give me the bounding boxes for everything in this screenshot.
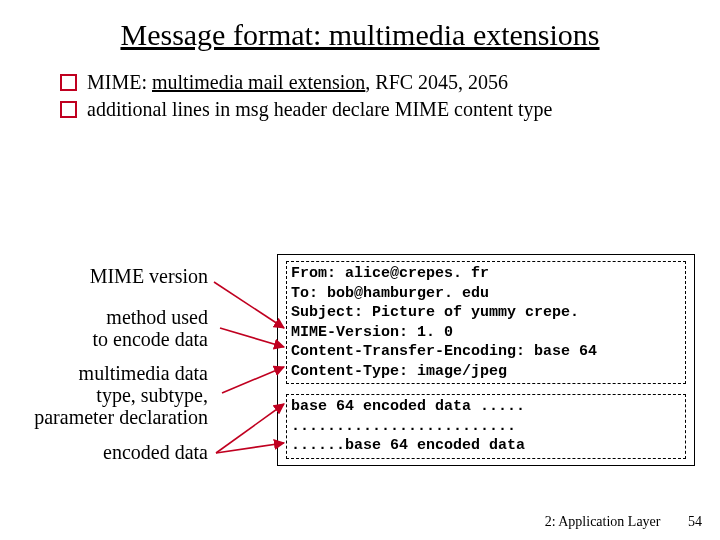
- svg-line-1: [220, 328, 284, 347]
- svg-line-0: [214, 282, 284, 328]
- bullet-list: MIME: multimedia mail extension, RFC 204…: [60, 70, 680, 122]
- header-line: Subject: Picture of yummy crepe.: [291, 303, 681, 323]
- body-line: ......base 64 encoded data: [291, 436, 681, 456]
- footer-chapter: 2: Application Layer: [545, 514, 661, 529]
- label-mime-version: MIME version: [90, 265, 208, 287]
- bullet-underline: multimedia mail extension: [152, 71, 365, 93]
- diagram-area: MIME version method used to encode data …: [0, 248, 720, 488]
- header-line: MIME-Version: 1. 0: [291, 323, 681, 343]
- message-body-block: base 64 encoded data ..... .............…: [286, 394, 686, 459]
- square-bullet-icon: [60, 101, 77, 118]
- message-box: From: alice@crepes. fr To: bob@hamburger…: [277, 254, 695, 466]
- body-line: base 64 encoded data .....: [291, 397, 681, 417]
- header-line: To: bob@hamburger. edu: [291, 284, 681, 304]
- svg-line-3: [216, 404, 284, 453]
- svg-line-4: [216, 443, 284, 453]
- bullet-item: MIME: multimedia mail extension, RFC 204…: [60, 70, 680, 95]
- svg-line-2: [222, 367, 284, 393]
- label-encoded-data: encoded data: [103, 441, 208, 463]
- header-line: From: alice@crepes. fr: [291, 264, 681, 284]
- body-line: .........................: [291, 417, 681, 437]
- slide-footer: 2: Application Layer 54: [545, 514, 702, 530]
- bullet-text: additional lines in msg header declare M…: [87, 97, 680, 122]
- header-line: Content-Type: image/jpeg: [291, 362, 681, 382]
- bullet-item: additional lines in msg header declare M…: [60, 97, 680, 122]
- footer-page-number: 54: [688, 514, 702, 529]
- square-bullet-icon: [60, 74, 77, 91]
- bullet-text: MIME: multimedia mail extension, RFC 204…: [87, 70, 680, 95]
- bullet-part: , RFC 2045, 2056: [365, 71, 508, 93]
- label-content-type: multimedia data type, subtype, parameter…: [34, 362, 208, 428]
- header-line: Content-Transfer-Encoding: base 64: [291, 342, 681, 362]
- message-header-block: From: alice@crepes. fr To: bob@hamburger…: [286, 261, 686, 384]
- slide-title: Message format: multimedia extensions: [0, 0, 720, 52]
- label-encoding-method: method used to encode data: [93, 306, 209, 350]
- bullet-part: MIME:: [87, 71, 152, 93]
